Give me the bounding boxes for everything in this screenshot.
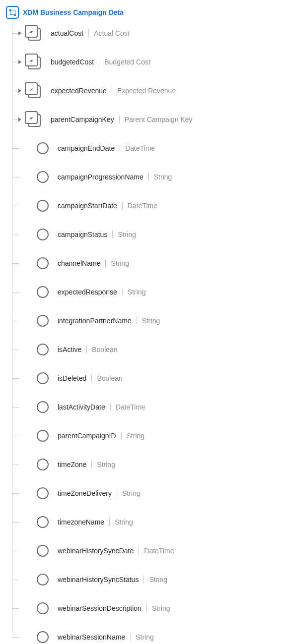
leaf-icon	[37, 430, 49, 442]
field-display: Budgeted Cost	[104, 58, 150, 66]
field-type: Boolean	[97, 374, 122, 382]
node-label: expectedResponseString	[58, 288, 145, 296]
field-display: Expected Revenue	[117, 87, 176, 95]
node-label: integrationPartnerNameString	[58, 317, 160, 325]
tree-node-object[interactable]: ⌁ actualCost Actual Cost	[17, 19, 275, 48]
tree-node-object[interactable]: ⌁ budgetedCost Budgeted Cost	[17, 48, 275, 76]
field-type: String	[118, 231, 136, 238]
link-icon: ⌁	[27, 56, 35, 64]
field-name: timeZoneDelivery	[58, 489, 112, 497]
tree-node-leaf[interactable]: integrationPartnerNameString	[17, 306, 275, 335]
field-type: String	[127, 432, 145, 440]
field-name: actualCost	[51, 29, 83, 37]
tree-node-leaf[interactable]: timeZoneDeliveryString	[17, 479, 275, 508]
node-label: actualCost Actual Cost	[51, 29, 130, 37]
tree-node-leaf[interactable]: timezoneNameString	[17, 508, 275, 536]
tree-node-leaf[interactable]: campaignEndDateDateTime	[17, 134, 275, 163]
field-name: expectedResponse	[58, 288, 117, 296]
field-name: webinarHistorySyncDate	[58, 547, 134, 555]
schema-root-icon	[6, 6, 19, 19]
field-type: DateTime	[128, 202, 157, 210]
field-name: campaignProgressionName	[58, 173, 143, 181]
svg-rect-4	[10, 10, 15, 10]
leaf-icon	[37, 401, 49, 413]
node-label: parentCampaignIDString	[58, 432, 144, 440]
link-icon: ⌁	[27, 27, 35, 35]
field-type: DateTime	[144, 547, 174, 555]
node-label: timezoneNameString	[58, 518, 133, 526]
node-label: webinarHistorySyncDateDateTime	[58, 547, 174, 555]
tree-node-leaf[interactable]: webinarSessionDescriptionString	[17, 594, 275, 623]
object-icon: ⌁	[25, 111, 42, 128]
field-name: parentCampaignID	[58, 432, 116, 440]
field-type: DateTime	[125, 144, 155, 152]
field-name: isActive	[58, 346, 81, 353]
field-type: String	[122, 489, 140, 497]
tree-node-leaf[interactable]: expectedResponseString	[17, 278, 275, 306]
svg-rect-1	[14, 14, 15, 15]
node-label: lastActivityDateDateTime	[58, 403, 145, 411]
link-icon: ⌁	[27, 85, 35, 93]
leaf-icon	[37, 286, 49, 298]
node-label: webinarHistorySyncStatusString	[58, 576, 167, 584]
field-name: campaignStartDate	[58, 202, 117, 210]
leaf-icon	[37, 545, 49, 557]
tree-node-leaf[interactable]: campaignProgressionNameString	[17, 163, 275, 191]
field-name: channelName	[58, 259, 100, 267]
tree-node-leaf[interactable]: campaignStatusString	[17, 220, 275, 249]
node-label: campaignProgressionNameString	[58, 173, 172, 181]
field-name: campaignStatus	[58, 231, 107, 238]
field-display: Actual Cost	[94, 29, 130, 37]
leaf-icon	[37, 459, 49, 470]
tree-node-leaf[interactable]: campaignStartDateDateTime	[17, 191, 275, 220]
field-name: parentCampaignKey	[51, 116, 114, 123]
object-icon: ⌁	[25, 25, 42, 42]
field-name: lastActivityDate	[58, 403, 105, 411]
object-icon: ⌁	[25, 54, 42, 70]
field-type: String	[142, 317, 160, 325]
leaf-icon	[37, 372, 49, 384]
leaf-icon	[37, 516, 49, 528]
tree-node-leaf[interactable]: lastActivityDateDateTime	[17, 393, 275, 421]
field-type: String	[115, 518, 133, 526]
node-label: isDeletedBoolean	[58, 374, 123, 382]
svg-rect-2	[10, 10, 10, 14]
svg-rect-3	[10, 14, 14, 15]
field-type: String	[136, 633, 154, 641]
tree-node-leaf[interactable]: timeZoneString	[17, 450, 275, 479]
tree-node-object[interactable]: ⌁ expectedRevenue Expected Revenue	[17, 76, 275, 105]
field-name: timezoneName	[58, 518, 104, 526]
leaf-icon	[37, 631, 49, 643]
node-label: webinarSessionNameString	[58, 633, 154, 641]
node-label: isActiveBoolean	[58, 346, 118, 353]
node-label: timeZoneString	[58, 461, 115, 468]
tree-node-leaf[interactable]: webinarSessionNameString	[17, 623, 275, 644]
field-type: String	[111, 259, 129, 267]
tree-node-leaf[interactable]: channelNameString	[17, 249, 275, 278]
field-name: webinarSessionName	[58, 633, 125, 641]
node-label: campaignEndDateDateTime	[58, 144, 155, 152]
leaf-icon	[37, 200, 49, 212]
svg-rect-5	[15, 10, 15, 14]
tree-children: ⌁ actualCost Actual Cost ⌁ budgetedCost …	[12, 19, 275, 644]
tree-node-leaf[interactable]: parentCampaignIDString	[17, 421, 275, 450]
field-name: integrationPartnerName	[58, 317, 132, 325]
field-type: String	[149, 576, 167, 584]
field-name: timeZone	[58, 461, 86, 468]
field-type: String	[152, 604, 170, 612]
field-type: String	[154, 173, 172, 181]
node-label: parentCampaignKey Parent Campaign Key	[51, 116, 193, 123]
node-label: timeZoneDeliveryString	[58, 489, 140, 497]
tree-node-leaf[interactable]: webinarHistorySyncDateDateTime	[17, 536, 275, 565]
tree-node-leaf[interactable]: webinarHistorySyncStatusString	[17, 565, 275, 594]
tree-root-row[interactable]: XDM Business Campaign Deta	[6, 6, 275, 19]
field-name: campaignEndDate	[58, 144, 115, 152]
tree-node-object[interactable]: ⌁ parentCampaignKey Parent Campaign Key	[17, 105, 275, 134]
object-icon: ⌁	[25, 82, 42, 99]
leaf-icon	[37, 487, 49, 499]
tree-node-leaf[interactable]: isDeletedBoolean	[17, 364, 275, 393]
leaf-icon	[37, 602, 49, 614]
tree-node-leaf[interactable]: isActiveBoolean	[17, 335, 275, 364]
link-icon: ⌁	[27, 114, 35, 121]
node-label: channelNameString	[58, 259, 129, 267]
